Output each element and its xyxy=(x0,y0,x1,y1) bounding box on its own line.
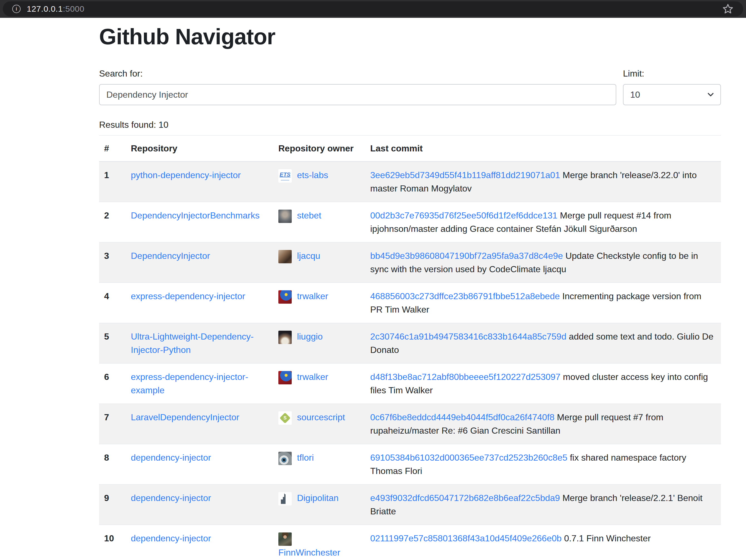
commit-hash-link[interactable]: 02111997e57c85801368f43a10d45f409e266e0b xyxy=(370,533,562,543)
owner-avatar xyxy=(278,371,292,384)
owner-link[interactable]: ets-labs xyxy=(297,170,328,180)
owner-avatar xyxy=(278,290,292,304)
table-row: 4 express-dependency-injector trwalker 4… xyxy=(99,283,721,323)
table-row: 6 express-dependency-injector-example tr… xyxy=(99,363,721,404)
table-row: 2 DependencyInjectorBenchmarks stebet 00… xyxy=(99,202,721,242)
row-number: 1 xyxy=(99,161,124,202)
page-content: Github Navigator Search for: Limit: 10 R… xyxy=(0,18,746,560)
repo-link[interactable]: dependency-injector xyxy=(131,493,211,503)
bookmark-star-icon[interactable] xyxy=(722,3,734,15)
repo-link[interactable]: DependencyInjector xyxy=(131,251,210,261)
owner-link[interactable]: ljacqu xyxy=(297,251,320,261)
limit-label: Limit: xyxy=(623,67,721,80)
owner-link[interactable]: FinnWinchester xyxy=(278,548,340,558)
results-table: # Repository Repository owner Last commi… xyxy=(99,135,721,560)
row-number: 9 xyxy=(99,484,124,525)
col-header-owner: Repository owner xyxy=(272,136,364,162)
repo-link[interactable]: DependencyInjectorBenchmarks xyxy=(131,210,259,220)
search-input[interactable] xyxy=(99,84,616,105)
repo-link[interactable]: LaravelDependencyInjector xyxy=(131,412,239,422)
owner-avatar xyxy=(278,492,292,505)
owner-link[interactable]: sourcescript xyxy=(297,412,345,422)
url-host: 127.0.0.1 xyxy=(27,4,63,13)
repo-link[interactable]: dependency-injector xyxy=(131,533,211,543)
repo-link[interactable]: express-dependency-injector xyxy=(131,291,245,301)
chevron-down-icon xyxy=(706,90,715,100)
commit-hash-link[interactable]: 69105384b61032d000365ee737cd2523b260c8e5 xyxy=(370,452,567,463)
col-header-last-commit: Last commit xyxy=(364,136,721,162)
limit-group: Limit: 10 xyxy=(623,67,721,105)
browser-chrome: i 127.0.0.1:5000 xyxy=(0,0,746,18)
table-row: 9 dependency-injector Digipolitan e493f9… xyxy=(99,484,721,525)
col-header-repository: Repository xyxy=(124,136,272,162)
results-table-body: 1 python-dependency-injector ETS ets-lab… xyxy=(99,161,721,560)
url-text: 127.0.0.1:5000 xyxy=(27,4,84,13)
owner-link[interactable]: trwalker xyxy=(297,372,328,382)
owner-avatar xyxy=(278,210,292,223)
table-row: 7 LaravelDependencyInjector S sourcescri… xyxy=(99,404,721,444)
table-row: 8 dependency-injector tflori 69105384b61… xyxy=(99,444,721,484)
commit-hash-link[interactable]: 3ee629eb5d7349d55f41b119aff81dd219071a01 xyxy=(370,170,560,180)
owner-avatar xyxy=(278,532,292,546)
commit-hash-link[interactable]: 468856003c273dffce23b86791fbbe512a8ebede xyxy=(370,291,560,301)
owner-avatar: S xyxy=(278,411,292,425)
repo-link[interactable]: express-dependency-injector-example xyxy=(131,372,248,395)
owner-link[interactable]: stebet xyxy=(297,210,321,220)
site-info-icon[interactable]: i xyxy=(12,5,21,13)
owner-avatar xyxy=(278,250,292,263)
commit-hash-link[interactable]: 0c67f6be8eddcd4449eb4044f5df0ca26f4740f8 xyxy=(370,412,554,422)
owner-avatar xyxy=(278,452,292,465)
row-number: 7 xyxy=(99,404,124,444)
owner-link[interactable]: tflori xyxy=(297,452,314,463)
search-form: Search for: Limit: 10 xyxy=(99,67,721,105)
avatar-logo-text: ETS xyxy=(278,169,292,180)
table-row: 3 DependencyInjector ljacqu bb45d9e3b986… xyxy=(99,242,721,283)
address-bar[interactable]: i 127.0.0.1:5000 xyxy=(3,1,743,17)
repo-link[interactable]: dependency-injector xyxy=(131,452,211,463)
repo-link[interactable]: Ultra-Lightweight-Dependency-Injector-Py… xyxy=(131,331,254,355)
owner-link[interactable]: trwalker xyxy=(297,291,328,301)
row-number: 5 xyxy=(99,323,124,363)
avatar-logo-text: S xyxy=(278,411,292,425)
table-header-row: # Repository Repository owner Last commi… xyxy=(99,136,721,162)
commit-hash-link[interactable]: 00d2b3c7e76935d76f25ee50f6d1f2ef6ddce131 xyxy=(370,210,557,220)
row-number: 2 xyxy=(99,202,124,242)
url-port: :5000 xyxy=(63,4,85,13)
row-number: 8 xyxy=(99,444,124,484)
owner-link[interactable]: Digipolitan xyxy=(297,493,339,503)
row-number: 6 xyxy=(99,363,124,404)
row-number: 10 xyxy=(99,525,124,560)
table-row: 5 Ultra-Lightweight-Dependency-Injector-… xyxy=(99,323,721,363)
repo-link[interactable]: python-dependency-injector xyxy=(131,170,241,180)
commit-hash-link[interactable]: bb45d9e3b98608047190bf72a95fa9a37d8c4e9e xyxy=(370,251,563,261)
owner-avatar: ETS xyxy=(278,169,292,183)
page-title: Github Navigator xyxy=(99,23,721,50)
table-row: 10 dependency-injector FinnWinchester 02… xyxy=(99,525,721,560)
owner-avatar xyxy=(278,331,292,344)
commit-hash-link[interactable]: e493f9032dfcd65047172b682e8b6eaf22c5bda9 xyxy=(370,493,560,503)
results-summary: Results found: 10 xyxy=(99,118,721,131)
search-label: Search for: xyxy=(99,67,616,80)
search-group: Search for: xyxy=(99,67,616,105)
limit-select[interactable]: 10 xyxy=(623,84,721,105)
owner-link[interactable]: liuggio xyxy=(297,331,323,342)
limit-select-value: 10 xyxy=(630,90,640,100)
commit-hash-link[interactable]: d48f13be8ac712abf80bbeeee5f120227d253097 xyxy=(370,372,560,382)
commit-hash-link[interactable]: 2c30746c1a91b4947583416c833b1644a85c759d xyxy=(370,331,567,342)
col-header-num: # xyxy=(99,136,124,162)
row-number: 4 xyxy=(99,283,124,323)
table-row: 1 python-dependency-injector ETS ets-lab… xyxy=(99,161,721,202)
commit-message: 0.7.1 Finn Winchester xyxy=(564,533,651,543)
row-number: 3 xyxy=(99,242,124,283)
